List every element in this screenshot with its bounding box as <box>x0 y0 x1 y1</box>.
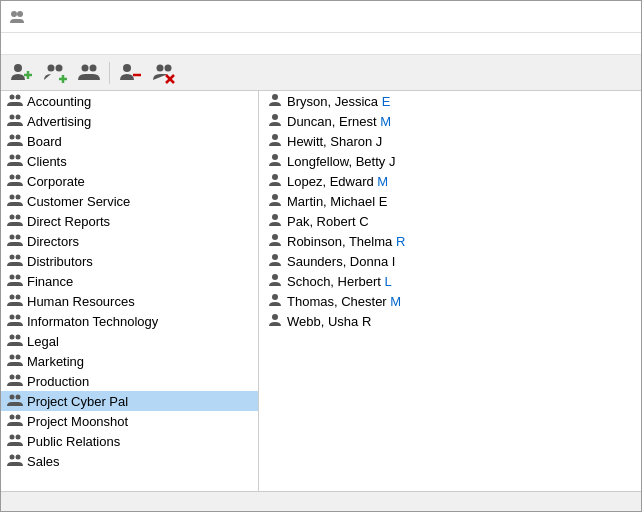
member-list-item[interactable]: Saunders, Donna I <box>259 251 641 271</box>
group-icon <box>7 392 27 411</box>
group-list-item[interactable]: Project Cyber Pal <box>1 391 258 411</box>
member-icon <box>267 172 287 191</box>
member-list-item[interactable]: Thomas, Chester M <box>259 291 641 311</box>
menu-file[interactable] <box>5 42 21 46</box>
svg-point-40 <box>16 314 21 319</box>
member-name: Hewitt, Sharon J <box>287 134 382 149</box>
group-list-item[interactable]: Marketing <box>1 351 258 371</box>
delete-group-button[interactable] <box>148 58 180 88</box>
svg-point-57 <box>272 134 278 140</box>
group-label: Sales <box>27 454 60 469</box>
member-list-item[interactable]: Pak, Robert C <box>259 211 641 231</box>
group-list-item[interactable]: Informaton Technology <box>1 311 258 331</box>
group-label: Production <box>27 374 89 389</box>
member-list-item[interactable]: Lopez, Edward M <box>259 171 641 191</box>
member-list-item[interactable]: Longfellow, Betty J <box>259 151 641 171</box>
member-list-item[interactable]: Bryson, Jessica E <box>259 91 641 111</box>
svg-point-58 <box>272 154 278 160</box>
svg-point-61 <box>272 214 278 220</box>
group-icon <box>7 172 27 191</box>
member-list-item[interactable]: Duncan, Ernest M <box>259 111 641 131</box>
group-list-item[interactable]: Sales <box>1 451 258 471</box>
member-list-item[interactable]: Martin, Michael E <box>259 191 641 211</box>
group-list-item[interactable]: Direct Reports <box>1 211 258 231</box>
svg-point-34 <box>16 254 21 259</box>
group-label: Distributors <box>27 254 93 269</box>
add-member-icon <box>43 61 67 85</box>
member-name: Thomas, Chester M <box>287 294 401 309</box>
member-icon <box>267 192 287 211</box>
group-label: Advertising <box>27 114 91 129</box>
group-list-item[interactable]: Public Relations <box>1 431 258 451</box>
svg-point-55 <box>272 94 278 100</box>
close-button[interactable] <box>587 1 633 33</box>
group-icon <box>7 272 27 291</box>
svg-point-9 <box>82 64 89 71</box>
group-label: Board <box>27 134 62 149</box>
svg-point-6 <box>56 64 63 71</box>
remove-member-icon <box>118 61 142 85</box>
menu-help[interactable] <box>37 42 53 46</box>
group-list-item[interactable]: Advertising <box>1 111 258 131</box>
group-label: Clients <box>27 154 67 169</box>
member-icon <box>267 152 287 171</box>
member-name: Longfellow, Betty J <box>287 154 395 169</box>
add-member-button[interactable] <box>39 58 71 88</box>
group-list-item[interactable]: Finance <box>1 271 258 291</box>
svg-point-19 <box>10 114 15 119</box>
group-list-item[interactable]: Customer Service <box>1 191 258 211</box>
group-list-item[interactable]: Production <box>1 371 258 391</box>
content-area: Accounting Advertising Board Clients Cor… <box>1 91 641 491</box>
group-list-item[interactable]: Human Resources <box>1 291 258 311</box>
add-group-button[interactable] <box>5 58 37 88</box>
svg-point-45 <box>10 374 15 379</box>
svg-point-47 <box>10 394 15 399</box>
member-name: Duncan, Ernest M <box>287 114 391 129</box>
member-icon <box>267 312 287 331</box>
svg-point-51 <box>10 434 15 439</box>
group-label: Marketing <box>27 354 84 369</box>
group-list-item[interactable]: Legal <box>1 331 258 351</box>
svg-point-14 <box>165 64 172 71</box>
group-label: Project Moonshot <box>27 414 128 429</box>
group-icon <box>7 212 27 231</box>
svg-point-64 <box>272 274 278 280</box>
window-icon <box>9 9 25 25</box>
svg-point-21 <box>10 134 15 139</box>
group-icon <box>7 452 27 471</box>
svg-point-54 <box>16 454 21 459</box>
group-list-item[interactable]: Clients <box>1 151 258 171</box>
svg-point-39 <box>10 314 15 319</box>
group-list-item[interactable]: Accounting <box>1 91 258 111</box>
group-list-item[interactable]: Directors <box>1 231 258 251</box>
group-label: Legal <box>27 334 59 349</box>
member-icon <box>267 252 287 271</box>
group-list-item[interactable]: Corporate <box>1 171 258 191</box>
member-name: Saunders, Donna I <box>287 254 395 269</box>
group-icon <box>7 132 27 151</box>
group-icon <box>7 92 27 111</box>
member-icon <box>267 132 287 151</box>
group-list-item[interactable]: Project Moonshot <box>1 411 258 431</box>
group-icon <box>7 332 27 351</box>
group-list-item[interactable]: Board <box>1 131 258 151</box>
maximize-button[interactable] <box>539 1 585 33</box>
group-label: Direct Reports <box>27 214 110 229</box>
group-label: Accounting <box>27 94 91 109</box>
group-icon <box>7 152 27 171</box>
member-list-item[interactable]: Schoch, Herbert L <box>259 271 641 291</box>
member-list-item[interactable]: Webb, Usha R <box>259 311 641 331</box>
group-icon <box>7 432 27 451</box>
svg-point-11 <box>123 64 131 72</box>
member-list-item[interactable]: Hewitt, Sharon J <box>259 131 641 151</box>
view-group-icon <box>77 61 101 85</box>
menu-edit[interactable] <box>21 42 37 46</box>
remove-member-button[interactable] <box>114 58 146 88</box>
title-bar <box>1 1 641 33</box>
group-list-item[interactable]: Distributors <box>1 251 258 271</box>
group-icon <box>7 292 27 311</box>
view-group-button[interactable] <box>73 58 105 88</box>
member-list-item[interactable]: Robinson, Thelma R <box>259 231 641 251</box>
minimize-button[interactable] <box>491 1 537 33</box>
group-icon <box>7 352 27 371</box>
